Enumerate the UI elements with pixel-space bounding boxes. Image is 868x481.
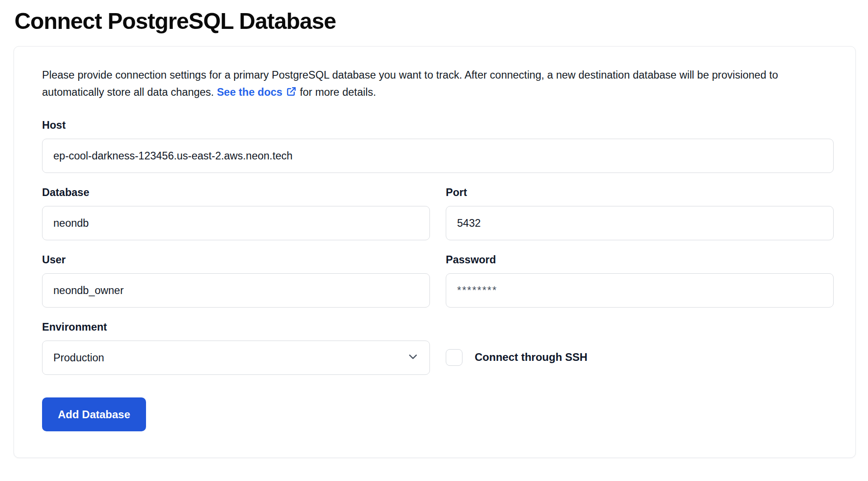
ssh-field: Connect through SSH <box>446 340 834 375</box>
see-the-docs-link[interactable]: See the docs <box>217 86 297 98</box>
password-field: Password <box>446 254 834 308</box>
environment-label: Environment <box>42 321 430 333</box>
ssh-checkbox[interactable] <box>446 349 462 366</box>
connection-form-card: Please provide connection settings for a… <box>14 46 856 458</box>
see-the-docs-link-label: See the docs <box>217 86 283 98</box>
password-input[interactable] <box>446 273 834 308</box>
external-link-icon <box>286 85 297 102</box>
port-label: Port <box>446 187 834 199</box>
intro-text-before-link: Please provide connection settings for a… <box>42 69 778 98</box>
database-port-row: Database Port <box>42 187 834 240</box>
user-label: User <box>42 254 430 266</box>
user-password-row: User Password <box>42 254 834 308</box>
host-label: Host <box>42 119 834 131</box>
environment-selected-value: Production <box>53 352 104 364</box>
ssh-checkbox-label: Connect through SSH <box>475 351 587 364</box>
port-field: Port <box>446 187 834 240</box>
password-label: Password <box>446 254 834 266</box>
database-field: Database <box>42 187 430 240</box>
intro-text-after-link: for more details. <box>297 86 376 98</box>
host-input[interactable] <box>42 139 834 173</box>
environment-field: Environment Production <box>42 321 430 375</box>
chevron-down-icon <box>407 351 419 365</box>
page-title: Connect PostgreSQL Database <box>14 8 868 34</box>
host-field-row: Host <box>42 119 834 173</box>
user-input[interactable] <box>42 273 430 308</box>
environment-select[interactable]: Production <box>42 341 430 375</box>
database-input[interactable] <box>42 206 430 240</box>
intro-text: Please provide connection settings for a… <box>42 66 811 102</box>
add-database-button[interactable]: Add Database <box>42 397 146 431</box>
database-label: Database <box>42 187 430 199</box>
port-input[interactable] <box>446 206 834 240</box>
environment-ssh-row: Environment Production Connect through S… <box>42 321 834 375</box>
user-field: User <box>42 254 430 308</box>
